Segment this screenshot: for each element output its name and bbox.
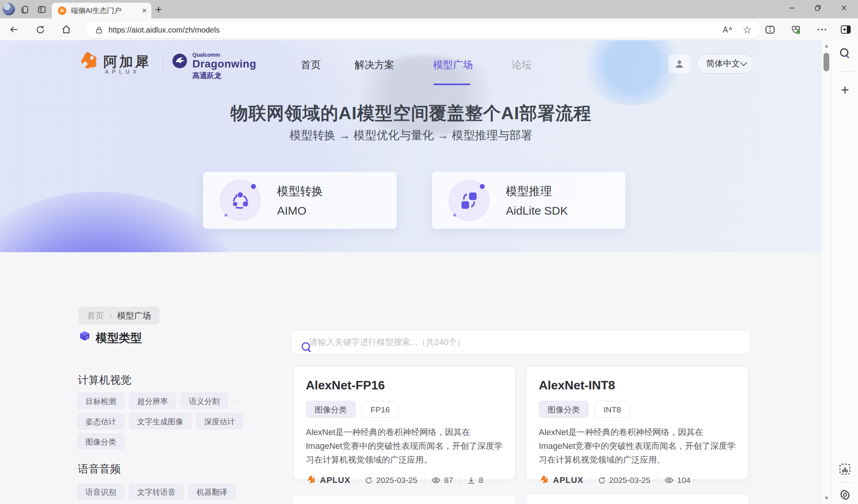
scroll-down-arrow[interactable]: ▼: [823, 495, 830, 501]
filter-tag[interactable]: 语义分割: [181, 393, 228, 409]
updated-date: 2025-03-25: [376, 476, 417, 485]
downloads-icon: [467, 476, 475, 484]
filter-panel-title: 模型类型: [96, 330, 142, 346]
model-search-bar[interactable]: [291, 330, 750, 354]
views-count: 87: [444, 476, 453, 485]
views-count: 104: [677, 476, 691, 485]
model-precision-tag: INT8: [595, 401, 630, 418]
hero-card-model-inference[interactable]: 模型推理 AidLite SDK: [432, 172, 625, 229]
breadcrumb-current: 模型广场: [117, 310, 151, 322]
hero-subtitle: 模型转换 → 模型优化与量化 → 模型推理与部署: [0, 128, 822, 143]
model-card-partial: [526, 494, 749, 504]
filter-group-cv: 计算机视觉: [78, 373, 131, 387]
decor-dot: [453, 214, 456, 217]
site-favicon: [58, 7, 66, 15]
sidebar-add-icon[interactable]: +: [838, 83, 852, 97]
favorites-star-icon[interactable]: ☆: [743, 25, 752, 35]
model-category-tag: 图像分类: [539, 401, 589, 418]
browser-essentials-icon[interactable]: [790, 24, 802, 35]
nav-item-solutions[interactable]: 解决方案: [354, 58, 394, 72]
dragonwing-name: Dragonwing: [192, 58, 256, 70]
hero-section: 阿加犀 APLUX Qualcomm Dragonwing 高通跃龙 首页 解决…: [0, 40, 822, 252]
updated-icon: [365, 476, 373, 484]
window-restore-button[interactable]: [815, 5, 821, 11]
vertical-tabs-icon[interactable]: [38, 5, 46, 14]
sidebar-toggle-icon[interactable]: [840, 24, 851, 35]
web-capture-icon[interactable]: [838, 462, 852, 476]
decor-dot: [225, 214, 227, 217]
settings-gear-icon[interactable]: [838, 488, 852, 502]
filter-tag[interactable]: 姿态估计: [77, 413, 124, 429]
filter-tag[interactable]: 深度估计: [196, 413, 243, 429]
nav-item-home[interactable]: 首页: [301, 58, 321, 72]
nav-active-underline: [433, 84, 471, 85]
hero-card-model-conversion[interactable]: 模型转换 AIMO: [203, 172, 397, 229]
filter-tag[interactable]: 语音识别: [77, 484, 124, 500]
publisher-name: APLUX: [320, 475, 351, 485]
filter-tag[interactable]: 图像分类: [77, 433, 124, 450]
publisher-name: APLUX: [553, 475, 584, 485]
model-name: AlexNet-FP16: [306, 378, 503, 392]
edge-sidebar: [831, 40, 858, 504]
filter-tag[interactable]: 文字生成图像: [129, 413, 191, 429]
model-card-alexnet-int8[interactable]: AlexNet-INT8 图像分类 INT8 AlexNet是一种经典的卷积神经…: [526, 366, 748, 480]
nav-item-models[interactable]: 模型广场: [433, 58, 473, 72]
address-bar[interactable]: https://aiot.aidlux.com/zh/models ☆: [85, 21, 760, 38]
aplux-logo[interactable]: [77, 51, 100, 73]
language-label: 简体中文: [706, 58, 740, 69]
page-scrollbar[interactable]: [822, 40, 831, 504]
tab-close-icon[interactable]: ×: [142, 7, 147, 15]
sidebar-search-icon[interactable]: [838, 46, 852, 61]
chevron-down-icon: [740, 59, 747, 66]
window-close-button[interactable]: [841, 5, 847, 11]
updated-icon: [598, 476, 606, 484]
footer-divider: [460, 475, 460, 485]
hero-card-name: AIMO: [277, 204, 323, 217]
decor-dot: [480, 184, 485, 189]
back-button[interactable]: [8, 24, 20, 35]
profile-avatar[interactable]: [3, 3, 15, 15]
window-minimize-button[interactable]: [789, 5, 795, 11]
hero-title: 物联网领域的AI模型空间覆盖整个AI部署流程: [0, 102, 822, 125]
user-account-button[interactable]: [669, 54, 690, 74]
filter-tag[interactable]: 超分辨率: [129, 393, 176, 409]
more-menu-icon[interactable]: [816, 24, 828, 35]
model-precision-tag: FP16: [362, 401, 399, 418]
url-text: https://aiot.aidlux.com/zh/models: [108, 26, 220, 34]
refresh-button[interactable]: [34, 24, 46, 35]
home-button[interactable]: [61, 24, 72, 35]
filter-tag[interactable]: 目标检测: [77, 393, 124, 409]
logo-divider: [163, 53, 163, 74]
scroll-up-arrow[interactable]: ▲: [823, 43, 830, 48]
model-description: AlexNet是一种经典的卷积神经网络，因其在ImageNet竞赛中的突破性表现…: [539, 425, 737, 467]
decor-dot: [251, 184, 256, 189]
language-selector[interactable]: 简体中文: [697, 54, 754, 74]
model-type-cube-icon: [79, 330, 91, 343]
split-screen-icon[interactable]: [764, 24, 776, 35]
scrollbar-thumb[interactable]: [824, 53, 829, 71]
footer-divider: [358, 475, 358, 485]
publisher-logo-icon: [539, 475, 549, 485]
new-tab-button[interactable]: +: [155, 4, 162, 15]
model-description: AlexNet是一种经典的卷积神经网络，因其在ImageNet竞赛中的突破性表现…: [306, 425, 504, 467]
model-card-alexnet-fp16[interactable]: AlexNet-FP16 图像分类 FP16 AlexNet是一种经典的卷积神经…: [293, 366, 515, 480]
breadcrumb-home[interactable]: 首页: [87, 310, 104, 322]
search-input[interactable]: [308, 337, 750, 348]
dragonwing-brand: Qualcomm: [192, 52, 220, 58]
page-content: 阿加犀 APLUX Qualcomm Dragonwing 高通跃龙 首页 解决…: [0, 40, 822, 504]
hero-blob-blue-ring: [648, 224, 822, 252]
dragonwing-cn: 高通跃龙: [192, 71, 221, 81]
model-inference-icon: [448, 180, 490, 221]
browser-tab[interactable]: 端侧AI生态门户 ×: [52, 3, 151, 18]
model-category-tag: 图像分类: [306, 401, 356, 418]
views-icon: [431, 476, 441, 484]
model-name: AlexNet-INT8: [539, 378, 736, 392]
read-aloud-icon[interactable]: [722, 25, 733, 35]
nav-item-forum[interactable]: 论坛: [512, 58, 532, 72]
workspaces-icon[interactable]: [20, 5, 29, 14]
filter-tag[interactable]: 文字转语音: [129, 484, 184, 500]
filter-group-audio: 语音音频: [78, 462, 121, 476]
breadcrumb: 首页 › 模型广场: [79, 307, 159, 325]
lock-icon[interactable]: [95, 26, 103, 34]
filter-tag[interactable]: 机器翻译: [189, 484, 235, 500]
